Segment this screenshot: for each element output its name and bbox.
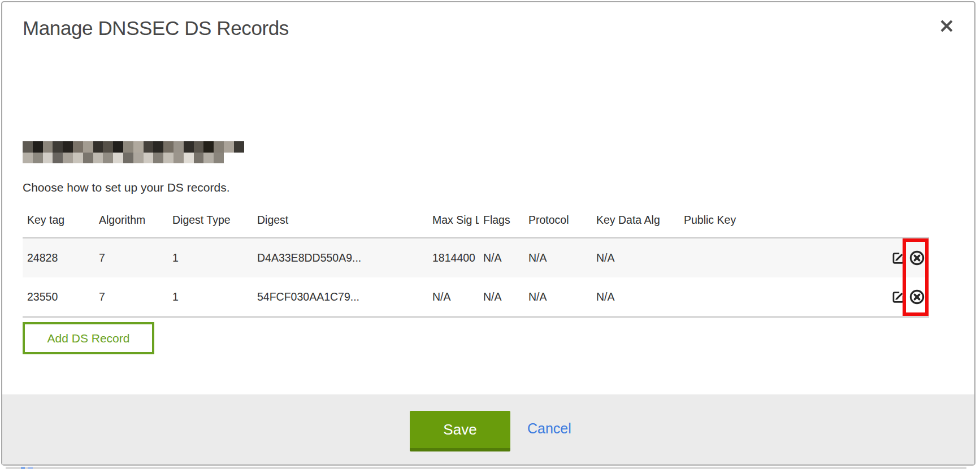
cell-key-tag: 23550 [23,290,94,303]
column-header-actions [838,214,929,226]
column-header-digest-type: Digest Type [168,214,253,226]
cell-max-sig-life: 1814400 [428,251,479,264]
dialog-footer: Save Cancel [2,394,974,464]
delete-icon [909,250,925,266]
cell-protocol: N/A [524,290,592,303]
table-header-row: Key tag Algorithm Digest Type Digest Max… [23,214,929,237]
cell-flags: N/A [479,290,524,303]
background-page-fragment [21,467,25,469]
cell-algorithm: 7 [94,290,168,303]
cell-algorithm: 7 [94,251,168,264]
instruction-text: Choose how to set up your DS records. [23,180,230,195]
dialog-drop-shadow [6,467,966,469]
edit-record-button[interactable] [890,250,907,267]
column-header-algorithm: Algorithm [94,214,168,226]
background-page-fragment [28,467,33,469]
edit-icon [891,250,906,266]
cell-key-tag: 24828 [23,251,94,264]
cell-key-data-alg: N/A [592,251,679,264]
ds-records-table: Key tag Algorithm Digest Type Digest Max… [23,214,929,318]
column-header-key-data-alg: Key Data Alg [592,214,679,226]
cell-digest: 54FCF030AA1C79... [253,290,428,303]
cell-key-data-alg: N/A [592,290,679,303]
column-header-flags: Flags [479,214,524,226]
column-header-protocol: Protocol [524,214,592,226]
cell-digest: D4A33E8DD550A9... [253,251,428,264]
table-row: 24828 7 1 D4A33E8DD550A9... 1814400 N/A … [23,238,929,277]
cell-max-sig-life: N/A [428,290,479,303]
table-row: 23550 7 1 54FCF030AA1C79... N/A N/A N/A … [23,277,929,316]
column-header-max-sig-life: Max Sig Life [428,214,479,226]
manage-dnssec-dialog: Manage DNSSEC DS Records Choose how to s… [1,1,975,466]
cell-digest-type: 1 [168,290,253,303]
cancel-link[interactable]: Cancel [527,420,571,437]
edit-icon [891,289,906,305]
close-icon [939,19,954,33]
dialog-title: Manage DNSSEC DS Records [23,16,289,41]
edit-record-button[interactable] [890,289,907,306]
add-ds-record-button[interactable]: Add DS Record [23,322,154,354]
domain-name-redacted [23,141,244,163]
delete-record-button[interactable] [908,250,925,267]
close-button[interactable] [936,16,957,36]
column-header-digest: Digest [253,214,428,226]
table-body: 24828 7 1 D4A33E8DD550A9... 1814400 N/A … [23,237,929,318]
delete-record-button[interactable] [908,289,925,306]
cell-digest-type: 1 [168,251,253,264]
cell-protocol: N/A [524,251,592,264]
column-header-public-key: Public Key [679,214,838,226]
cell-flags: N/A [479,251,524,264]
save-button[interactable]: Save [410,411,510,451]
column-header-key-tag: Key tag [23,214,94,226]
delete-icon [909,289,925,305]
